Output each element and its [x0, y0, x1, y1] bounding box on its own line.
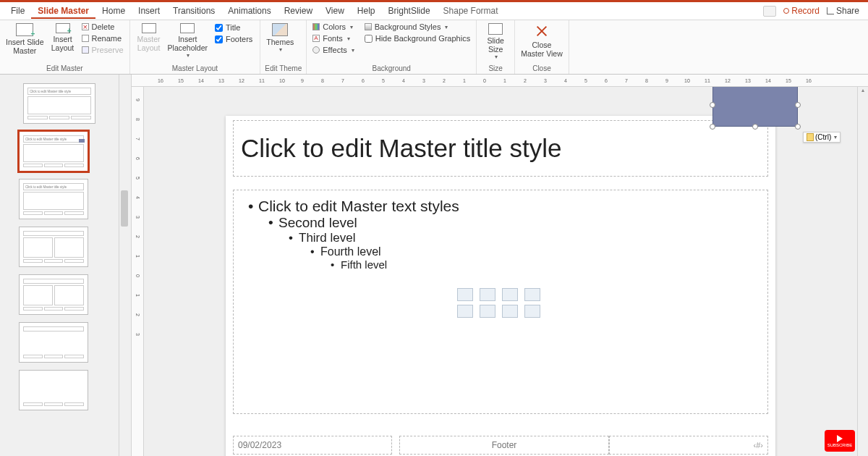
rectangle-shape[interactable]: [712, 87, 798, 127]
tab-view[interactable]: View: [319, 3, 351, 19]
rename-button[interactable]: Rename: [80, 33, 125, 43]
paste-options-label: (Ctrl): [815, 133, 831, 141]
share-icon: [827, 7, 834, 14]
thumb-body: [23, 144, 84, 162]
insert-slide-master-button[interactable]: +Insert Slide Master: [4, 22, 46, 56]
subscribe-label: SUBSCRIBE: [827, 443, 853, 447]
thumb-shape-indicator: [79, 139, 85, 143]
thumb-layout-1[interactable]: Click to edit Master title style: [19, 131, 88, 172]
date-placeholder[interactable]: 09/02/2023: [233, 436, 392, 455]
preserve-button[interactable]: Preserve: [80, 45, 125, 55]
resize-handle-s[interactable]: [752, 124, 758, 130]
thumbnail-scrollbar[interactable]: [119, 75, 132, 456]
thumb-slide-master[interactable]: Click to edit Master title style: [23, 83, 95, 124]
insert-table-icon[interactable]: [457, 288, 473, 301]
thumb-layout-4[interactable]: [19, 274, 88, 315]
master-layout-button[interactable]: Master Layout: [135, 22, 163, 54]
youtube-subscribe-badge[interactable]: SUBSCRIBE: [825, 430, 855, 452]
content-insert-icons[interactable]: [457, 288, 543, 318]
paste-options-button[interactable]: (Ctrl)▾: [803, 132, 841, 143]
record-button[interactable]: Record: [783, 6, 820, 16]
insert-online-picture-icon[interactable]: [480, 305, 495, 318]
ribbon-display-button[interactable]: [763, 6, 776, 17]
fonts-button[interactable]: Fonts▾: [311, 33, 355, 43]
thumb-layout-5[interactable]: [19, 322, 88, 363]
thumb-body: [23, 192, 84, 210]
slide-editor: 1615141312111098765432101234567891011121…: [132, 75, 868, 456]
slide-canvas[interactable]: Click to edit Master title style Click t…: [132, 87, 868, 456]
thumb-layout-2[interactable]: Click to edit Master title style: [19, 179, 88, 219]
effects-button[interactable]: Effects▾: [311, 45, 355, 55]
thumb-title: Click to edit Master title style: [23, 135, 84, 143]
insert-3d-icon[interactable]: [524, 288, 540, 301]
slide-size-button[interactable]: Slide Size▾: [481, 22, 510, 62]
insert-video-icon[interactable]: [502, 305, 518, 318]
resize-handle-e[interactable]: [795, 102, 801, 108]
insert-icon-icon[interactable]: [524, 305, 540, 318]
insert-smartart-icon[interactable]: [502, 288, 518, 301]
tab-home[interactable]: Home: [95, 3, 132, 19]
scrollbar-thumb[interactable]: [121, 190, 128, 227]
group-label-edit-theme: Edit Theme: [265, 64, 302, 74]
tab-help[interactable]: Help: [351, 3, 382, 19]
themes-button[interactable]: Themes▾: [265, 22, 295, 54]
play-icon: [837, 435, 843, 442]
body-level-4: Fourth level: [307, 245, 756, 258]
fonts-label: Fonts: [323, 34, 343, 43]
chevron-down-icon: ▾: [834, 134, 837, 140]
group-size: Slide Size▾ Size: [477, 20, 515, 74]
tab-transitions[interactable]: Transitions: [166, 3, 221, 19]
insert-placeholder-button[interactable]: Insert Placeholder▾: [166, 22, 209, 60]
horizontal-ruler[interactable]: 1615141312111098765432101234567891011121…: [132, 75, 868, 87]
insert-layout-button[interactable]: +Insert Layout: [48, 22, 77, 54]
delete-icon: [82, 23, 89, 30]
selected-shape[interactable]: [712, 87, 798, 127]
body-level-1: Click to edit Master text styles: [245, 198, 756, 215]
bg-styles-button[interactable]: Background Styles▾: [363, 22, 472, 32]
insert-picture-icon[interactable]: [457, 305, 473, 318]
thumb-title: [23, 326, 84, 332]
share-button[interactable]: Share: [827, 6, 859, 16]
footer-placeholder[interactable]: Footer: [399, 436, 609, 455]
tab-slide-master[interactable]: Slide Master: [31, 3, 95, 19]
tab-file[interactable]: File: [4, 3, 31, 19]
tab-animations[interactable]: Animations: [221, 3, 277, 19]
footers-chk-label: Footers: [226, 35, 252, 43]
title-checkbox[interactable]: Title: [215, 23, 252, 32]
group-edit-master: +Insert Slide Master +Insert Layout Dele…: [0, 20, 130, 74]
slide-number-placeholder[interactable]: ‹#›: [609, 436, 768, 455]
tab-review[interactable]: Review: [278, 3, 319, 19]
record-label: Record: [791, 6, 820, 16]
delete-button[interactable]: Delete: [80, 22, 125, 32]
resize-handle-se[interactable]: [795, 124, 801, 130]
group-background: Colors▾ Fonts▾ Effects▾ Background Style…: [307, 20, 477, 74]
tab-brightslide[interactable]: BrightSlide: [382, 3, 437, 19]
chevron-down-icon: ▾: [350, 24, 353, 30]
chevron-down-icon: ▾: [279, 46, 282, 53]
tab-insert[interactable]: Insert: [132, 3, 166, 19]
close-master-view-button[interactable]: Close Master View: [519, 22, 564, 59]
resize-handle-sw[interactable]: [710, 124, 715, 130]
workspace: Click to edit Master title style Click t…: [0, 75, 868, 456]
thumb-title: Click to edit Master title style: [27, 88, 91, 95]
fonts-icon: [312, 35, 320, 42]
group-edit-theme: Themes▾ Edit Theme: [260, 20, 307, 74]
group-label-size: Size: [481, 64, 510, 74]
thumb-layout-6[interactable]: [19, 370, 88, 410]
colors-button[interactable]: Colors▾: [311, 22, 355, 32]
thumb-layout-3[interactable]: [19, 227, 88, 267]
chevron-down-icon: ▾: [347, 35, 350, 42]
tab-shape-format[interactable]: Shape Format: [437, 3, 505, 19]
clipboard-icon: [807, 133, 814, 141]
slide[interactable]: Click to edit Master title style Click t…: [226, 116, 775, 456]
resize-handle-w[interactable]: [710, 102, 715, 108]
footers-checkbox[interactable]: Footers: [215, 35, 252, 43]
editor-scrollbar[interactable]: ▴: [857, 87, 868, 456]
title-placeholder[interactable]: Click to edit Master title style: [233, 120, 768, 177]
thumbnail-pane[interactable]: Click to edit Master title style Click t…: [0, 75, 119, 456]
hide-bg-checkbox[interactable]: Hide Background Graphics: [363, 33, 472, 43]
body-level-3: Third level: [286, 231, 756, 245]
layout-icon: +: [56, 23, 70, 33]
scroll-up-icon[interactable]: ▴: [858, 87, 868, 97]
insert-chart-icon[interactable]: [480, 288, 495, 301]
